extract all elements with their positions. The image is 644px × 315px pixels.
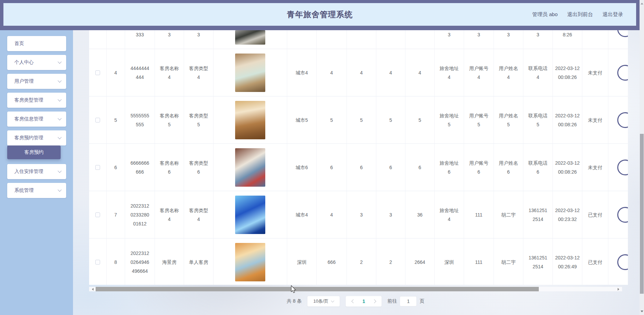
- cell-status: 未支付: [582, 49, 608, 96]
- goto-label: 前往: [387, 298, 397, 304]
- scroll-down-arrow-icon[interactable]: [641, 311, 643, 314]
- row-action-button-partial[interactable]: [617, 65, 628, 81]
- current-page-button[interactable]: 1: [358, 296, 369, 306]
- sidebar-item-7[interactable]: 系统管理: [7, 183, 66, 198]
- cell-order-no: 2022312023328001612: [125, 191, 155, 238]
- sidebar-subitem-active[interactable]: 客房预约: [7, 145, 61, 159]
- row-action-button-partial[interactable]: [617, 207, 628, 223]
- horizontal-scrollbar-thumb[interactable]: [96, 287, 539, 291]
- row-checkbox[interactable]: [95, 260, 100, 265]
- room-photo: [235, 148, 265, 187]
- cell-room-name: 客房名称5: [155, 96, 184, 144]
- cell-time: 2022-03-12 00:08:26: [553, 144, 582, 191]
- cell-checkbox: [89, 96, 107, 144]
- vertical-scrollbar[interactable]: [640, 0, 644, 315]
- cell-room-type: 单人客房: [184, 238, 214, 285]
- horizontal-scrollbar[interactable]: [89, 287, 622, 291]
- cell-room-type: 客房类型4: [184, 49, 214, 96]
- scroll-left-arrow-icon[interactable]: [90, 288, 94, 291]
- sidebar-item-label: 个人中心: [14, 59, 34, 66]
- row-action-button-partial[interactable]: [617, 112, 628, 128]
- chevron-down-icon: [58, 135, 61, 139]
- total-count-label: 共 8 条: [287, 298, 302, 304]
- table-row: 820223120264946496664海景房单人客房深圳666222664深…: [89, 238, 628, 285]
- cell-room-type: 3: [184, 30, 214, 49]
- cell-price: [317, 30, 347, 49]
- cell-user: 用户姓名5: [494, 96, 523, 144]
- cell-phone: 3: [523, 30, 553, 49]
- room-photo: [235, 101, 265, 139]
- cell-room-name: 客房名称6: [155, 144, 184, 191]
- exit-to-front-link[interactable]: 退出到前台: [567, 11, 593, 18]
- chevron-down-icon: [58, 79, 61, 82]
- cell-phone: 联系电话5: [523, 96, 553, 144]
- row-checkbox[interactable]: [95, 118, 100, 122]
- page-size-select[interactable]: 10条/页: [307, 296, 340, 307]
- row-checkbox[interactable]: [95, 70, 100, 75]
- scroll-up-arrow-icon[interactable]: [641, 1, 643, 4]
- row-action-button-partial[interactable]: [617, 254, 628, 270]
- cell-action: [608, 144, 628, 191]
- vertical-scrollbar-thumb[interactable]: [640, 134, 644, 294]
- cell-index: 6: [107, 144, 125, 191]
- cell-count: 2: [376, 238, 405, 285]
- scroll-right-arrow-icon[interactable]: [618, 288, 621, 291]
- cell-checkbox: [89, 144, 107, 191]
- sidebar-item-label: 客房信息管理: [14, 116, 43, 122]
- cell-days: 3: [347, 191, 376, 238]
- cell-room-name: 客房名称4: [155, 49, 184, 96]
- cell-time: 2022-03-12 00:08:26: [553, 49, 582, 96]
- cell-phone: 13612512514: [523, 191, 553, 238]
- cell-price: 4: [317, 49, 347, 96]
- sidebar-item-2[interactable]: 用户管理: [7, 74, 66, 89]
- table-row: 3333333338:26: [89, 30, 628, 49]
- row-checkbox[interactable]: [95, 165, 100, 170]
- row-checkbox[interactable]: [95, 212, 100, 217]
- table-row: 55555555555客房名称5客房类型5城市55555旅舍地址5用户账号5用户…: [89, 96, 628, 144]
- cell-checkbox: [89, 191, 107, 238]
- cell-days: [347, 30, 376, 49]
- pager: 1: [345, 296, 382, 307]
- cell-days: 4: [347, 49, 376, 96]
- next-page-button[interactable]: [369, 296, 380, 306]
- cell-user: 胡二宇: [494, 238, 523, 285]
- logout-link[interactable]: 退出登录: [603, 11, 623, 18]
- sidebar-item-6[interactable]: 入住安排管理: [7, 164, 66, 179]
- cell-photo: [214, 144, 287, 191]
- goto-page-input[interactable]: [400, 296, 417, 306]
- pagination-bar: 共 8 条 10条/页 1 前往 页: [89, 295, 622, 307]
- cell-account: 用户账号6: [464, 144, 494, 191]
- cell-room-type: 客房类型5: [184, 96, 214, 144]
- cell-action: [608, 96, 628, 144]
- cell-count: 5: [376, 96, 405, 144]
- cell-address: 深圳: [435, 238, 464, 285]
- cell-time: 2022-03-12 00:23:32: [553, 191, 582, 238]
- cell-city: 城市4: [287, 49, 317, 96]
- row-action-button-partial[interactable]: [617, 160, 628, 175]
- row-action-button-partial[interactable]: [617, 30, 628, 37]
- table-row: 44444444444客房名称4客房类型4城市44444旅舍地址4用户账号4用户…: [89, 49, 628, 96]
- cell-days: 6: [347, 144, 376, 191]
- sidebar-item-5[interactable]: 客房预约管理: [7, 130, 66, 145]
- sidebar-item-4[interactable]: 客房信息管理: [7, 112, 66, 127]
- sidebar-item-0[interactable]: 首页: [7, 36, 66, 51]
- cell-time: 2022-03-12 00:26:49: [553, 238, 582, 285]
- cell-address: 3: [435, 30, 464, 49]
- cell-status: [582, 30, 608, 49]
- room-photo: [235, 54, 265, 92]
- prev-page-button[interactable]: [347, 296, 358, 306]
- sidebar-item-label: 系统管理: [14, 187, 34, 194]
- cell-index: [107, 30, 125, 49]
- cell-user: 用户姓名6: [494, 144, 523, 191]
- cell-room-name: 3: [155, 30, 184, 49]
- cell-address: 旅舍地址4: [435, 49, 464, 96]
- sidebar-item-1[interactable]: 个人中心: [7, 55, 66, 70]
- cell-action: [608, 238, 628, 285]
- cell-time: 8:26: [553, 30, 582, 49]
- sidebar-item-3[interactable]: 客房类型管理: [7, 93, 66, 108]
- cell-count: 4: [376, 49, 405, 96]
- cell-user: 用户姓名4: [494, 49, 523, 96]
- cell-total: 6: [405, 144, 435, 191]
- cell-checkbox: [89, 49, 107, 96]
- cell-time: 2022-03-12 00:08:26: [553, 96, 582, 144]
